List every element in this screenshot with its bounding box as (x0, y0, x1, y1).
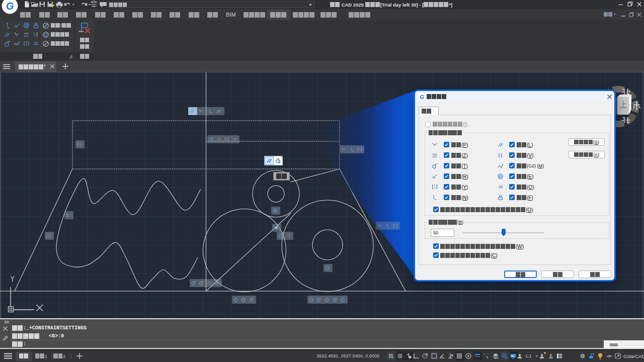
svg-text:G: G (6, 1, 14, 12)
